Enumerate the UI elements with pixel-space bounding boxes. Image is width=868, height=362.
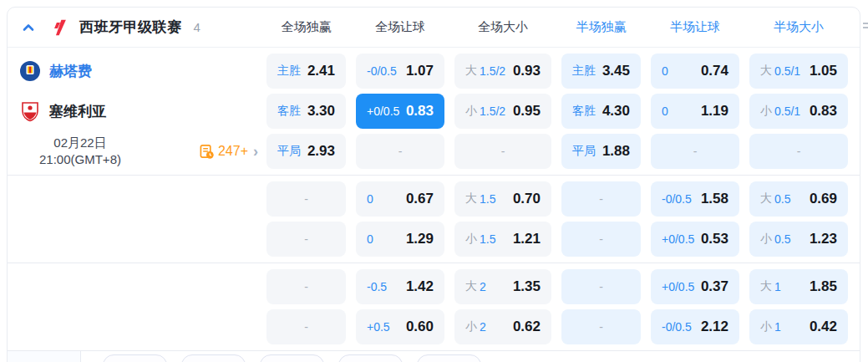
odds-cell[interactable]: 00.67 (356, 181, 444, 217)
odds-cell[interactable]: 平局2.93 (266, 134, 346, 169)
column-header-0[interactable]: 全场独赢 (266, 19, 346, 35)
odds-cell[interactable]: 大0.50.69 (749, 181, 848, 217)
odds-value: 0.42 (810, 319, 837, 335)
market-tab-chip[interactable] (417, 354, 481, 362)
odds-cell[interactable]: - (454, 134, 551, 169)
odds-cell[interactable]: - (266, 222, 346, 257)
odds-cell[interactable]: - (266, 309, 346, 344)
odds-section-main: 赫塔费 塞维利亚 02月22日 21:00(GMT+8) (8, 48, 860, 175)
odds-value: 0.74 (701, 63, 728, 79)
home-team-row[interactable]: 赫塔费 (8, 54, 266, 89)
empty-odds-dash: - (367, 145, 434, 158)
odds-cell[interactable]: - (561, 269, 641, 304)
odds-cell[interactable]: 小10.42 (749, 309, 848, 344)
odds-cell[interactable]: 大1.5/20.93 (454, 54, 551, 89)
odds-cell[interactable]: 大21.35 (454, 269, 551, 304)
odds-cell[interactable]: 00.74 (651, 54, 739, 89)
odds-selection-label: 2 (480, 280, 486, 293)
markets-list-clock-icon (199, 144, 215, 160)
odds-cell[interactable]: 主胜3.45 (561, 54, 641, 89)
odds-cell[interactable]: 客胜4.30 (561, 94, 641, 129)
odds-cell[interactable]: 小0.5/10.83 (749, 94, 848, 129)
column-header-4[interactable]: 半场让球 (651, 19, 739, 35)
handicap-prefix-label: 小 (760, 319, 772, 334)
handicap-prefix-label: 小 (465, 104, 477, 119)
odds-value: 1.07 (406, 63, 434, 79)
odds-cell[interactable]: -0.51.42 (356, 269, 444, 304)
footer-tabs-row (8, 350, 860, 362)
more-markets-chevron-icon: › (253, 144, 258, 159)
odds-selection-label: 客胜 (277, 104, 301, 119)
column-header-1[interactable]: 全场让球 (356, 19, 444, 35)
handicap-prefix-label: 小 (465, 319, 477, 334)
odds-cell[interactable]: 小1.5/20.95 (454, 94, 551, 129)
away-team-row[interactable]: 塞维利亚 (8, 94, 266, 129)
empty-odds-dash: - (572, 280, 630, 293)
odds-cell[interactable]: -0/0.52.12 (651, 309, 739, 344)
odds-value: 0.93 (513, 63, 541, 79)
odds-cell[interactable]: 小20.62 (454, 309, 551, 344)
odds-cell[interactable]: 大0.5/11.05 (749, 54, 848, 89)
odds-value: 0.83 (810, 103, 837, 120)
odds-cell[interactable]: - (356, 134, 444, 169)
odds-value: 1.05 (810, 63, 837, 79)
market-tab-chip[interactable] (181, 354, 246, 362)
odds-selection-label: -0/0.5 (367, 64, 397, 78)
odds-cell[interactable]: 大11.85 (749, 269, 848, 304)
odds-cell[interactable]: 大1.50.70 (454, 181, 551, 217)
odds-cell[interactable]: - (266, 181, 346, 217)
column-header-2[interactable]: 全场大小 (454, 19, 551, 35)
odds-selection-label: 0.5/1 (774, 64, 800, 78)
match-meta-row: 02月22日 21:00(GMT+8) 247+ › (8, 134, 266, 169)
odds-cell[interactable]: 客胜3.30 (266, 94, 346, 129)
odds-value: 2.93 (307, 143, 335, 160)
odds-cell[interactable]: - (561, 309, 641, 344)
odds-value: 1.35 (513, 278, 541, 295)
clipped-next-column-peek (863, 20, 868, 32)
collapse-chevron-up-icon[interactable] (21, 20, 36, 35)
odds-cell[interactable]: -0/0.51.58 (651, 181, 739, 217)
odds-cell[interactable]: 平局1.88 (561, 134, 641, 169)
market-tab-chip[interactable] (338, 354, 403, 362)
odds-cell[interactable]: - (749, 134, 848, 169)
odds-value: 1.19 (701, 103, 728, 120)
market-tab-chip[interactable] (103, 354, 167, 362)
odds-selection-label: +0.5 (367, 320, 390, 334)
odds-selection-label: 1 (774, 320, 781, 334)
handicap-prefix-label: 大 (465, 64, 477, 79)
odds-cell-selected[interactable]: +0/0.50.83 (356, 94, 444, 129)
home-team-logo-icon (19, 60, 41, 82)
odds-selection-label: 2 (480, 320, 486, 334)
handicap-prefix-label: 小 (465, 232, 477, 247)
odds-value: 2.12 (701, 319, 728, 335)
odds-cell[interactable]: 主胜2.41 (266, 54, 346, 89)
odds-cell[interactable]: 小1.51.21 (454, 222, 551, 257)
odds-value: 1.21 (513, 231, 541, 247)
empty-odds-dash: - (572, 192, 630, 206)
more-markets-link[interactable]: 247+ › (199, 144, 258, 160)
odds-cell[interactable]: +0/0.50.53 (651, 222, 739, 257)
odds-cell[interactable]: 小0.51.23 (749, 222, 848, 257)
column-header-3[interactable]: 半场独赢 (561, 19, 641, 35)
odds-cell[interactable]: 01.29 (356, 222, 444, 257)
odds-selection-label: 1 (774, 280, 781, 293)
odds-value: 0.60 (406, 319, 434, 335)
odds-value: 1.58 (701, 191, 728, 207)
odds-cell[interactable]: -0/0.51.07 (356, 54, 444, 89)
odds-cell[interactable]: +0/0.50.37 (651, 269, 739, 304)
odds-cell[interactable]: - (651, 134, 739, 169)
column-header-5[interactable]: 半场大小 (749, 19, 848, 35)
handicap-prefix-label: 大 (760, 64, 772, 79)
odds-value: 0.37 (701, 278, 728, 295)
odds-cell[interactable]: 01.19 (651, 94, 739, 129)
market-tab-chip[interactable] (260, 354, 324, 362)
odds-cell[interactable]: - (561, 222, 641, 257)
section3-left-spacer (8, 269, 266, 344)
match-info-panel: 赫塔费 塞维利亚 02月22日 21:00(GMT+8) (8, 54, 266, 169)
odds-selection-label: +0/0.5 (662, 280, 694, 293)
odds-value: 0.95 (513, 103, 541, 120)
odds-cell[interactable]: +0.50.60 (356, 309, 444, 344)
odds-cell[interactable]: - (266, 269, 346, 304)
odds-cell[interactable]: - (561, 181, 641, 217)
odds-selection-label: 客胜 (572, 104, 596, 119)
